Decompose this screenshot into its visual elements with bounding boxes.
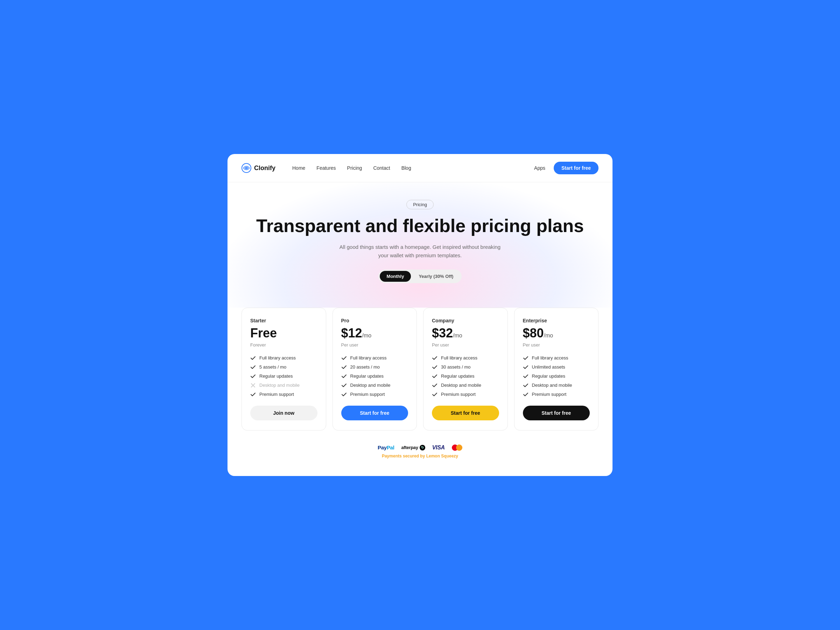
plan-company-period: Per user [432, 342, 499, 347]
plan-company-price: $32/mo [432, 326, 499, 340]
x-icon [250, 382, 256, 388]
yearly-toggle[interactable]: Yearly (30% Off) [412, 271, 460, 282]
enterprise-cta-button[interactable]: Start for free [523, 406, 590, 420]
nav-contact[interactable]: Contact [373, 165, 390, 171]
plan-pro-name: Pro [341, 318, 409, 324]
check-icon [432, 373, 437, 379]
plan-starter: Starter Free Forever Full library access… [242, 308, 326, 431]
check-icon [341, 373, 347, 379]
check-icon [250, 355, 256, 361]
plan-enterprise-period: Per user [523, 342, 590, 347]
feature-item: Premium support [341, 392, 409, 397]
plan-enterprise: Enterprise $80/mo Per user Full library … [514, 308, 599, 431]
plan-starter-price: Free [250, 326, 317, 340]
nav-home[interactable]: Home [292, 165, 305, 171]
feature-item: 30 assets / mo [432, 364, 499, 370]
payment-footer: PayPal afterpay↻ VISA Payments secured b… [227, 445, 613, 458]
monthly-toggle[interactable]: Monthly [380, 271, 411, 282]
hero-section: Pricing Transparent and flexible pricing… [227, 182, 613, 308]
visa-badge: VISA [432, 445, 445, 451]
logo[interactable]: Clonify [242, 163, 275, 173]
plan-company-features: Full library access 30 assets / mo Regul… [432, 355, 499, 397]
plan-enterprise-name: Enterprise [523, 318, 590, 324]
feature-item: Unlimited assets [523, 364, 590, 370]
feature-item: 5 assets / mo [250, 364, 317, 370]
feature-item: Regular updates [341, 373, 409, 379]
check-icon [523, 355, 529, 361]
lemon-squeezy-label: Lemon Squeezy [426, 453, 458, 458]
payment-icons: PayPal afterpay↻ VISA [242, 445, 598, 451]
check-icon [250, 392, 256, 397]
plan-starter-period: Forever [250, 342, 317, 347]
billing-toggle: Monthly Yearly (30% Off) [378, 270, 462, 283]
feature-item: Desktop and mobile [523, 382, 590, 388]
check-icon [432, 364, 437, 370]
check-icon [341, 364, 347, 370]
pricing-badge: Pricing [406, 200, 434, 209]
plan-starter-features: Full library access 5 assets / mo Regula… [250, 355, 317, 397]
check-icon [523, 364, 529, 370]
payment-secure-text: Payments secured by Lemon Squeezy [242, 453, 598, 458]
feature-item: Premium support [250, 392, 317, 397]
check-icon [250, 373, 256, 379]
check-icon [523, 382, 529, 388]
check-icon [341, 382, 347, 388]
logo-icon [242, 163, 251, 173]
plan-pro-price: $12/mo [341, 326, 409, 340]
check-icon [432, 382, 437, 388]
pricing-grid: Starter Free Forever Full library access… [227, 308, 613, 431]
feature-item: Full library access [523, 355, 590, 361]
check-icon [432, 392, 437, 397]
feature-item-disabled: Desktop and mobile [250, 382, 317, 388]
plan-company: Company $32/mo Per user Full library acc… [423, 308, 508, 431]
company-cta-button[interactable]: Start for free [432, 406, 499, 420]
check-icon [341, 355, 347, 361]
nav-blog[interactable]: Blog [401, 165, 411, 171]
nav-right: Apps Start for free [534, 162, 598, 174]
feature-item: Regular updates [523, 373, 590, 379]
feature-item: Full library access [341, 355, 409, 361]
plan-enterprise-price: $80/mo [523, 326, 590, 340]
nav-apps[interactable]: Apps [534, 165, 545, 171]
pro-cta-button[interactable]: Start for free [341, 406, 409, 420]
feature-item: Premium support [523, 392, 590, 397]
starter-cta-button[interactable]: Join now [250, 406, 317, 420]
paypal-badge: PayPal [377, 445, 394, 450]
nav-features[interactable]: Features [316, 165, 336, 171]
check-icon [523, 392, 529, 397]
navbar: Clonify Home Features Pricing Contact Bl… [227, 154, 613, 182]
feature-item: Full library access [432, 355, 499, 361]
mastercard-badge [452, 445, 463, 451]
check-icon [250, 364, 256, 370]
feature-item: Desktop and mobile [341, 382, 409, 388]
plan-pro-period: Per user [341, 342, 409, 347]
plan-enterprise-features: Full library access Unlimited assets Reg… [523, 355, 590, 397]
plan-company-name: Company [432, 318, 499, 324]
nav-links: Home Features Pricing Contact Blog [292, 165, 534, 171]
feature-item: Regular updates [432, 373, 499, 379]
plan-pro-features: Full library access 20 assets / mo Regul… [341, 355, 409, 397]
nav-cta-button[interactable]: Start for free [554, 162, 598, 174]
afterpay-badge: afterpay↻ [401, 445, 425, 450]
feature-item: Desktop and mobile [432, 382, 499, 388]
hero-title: Transparent and flexible pricing plans [242, 216, 598, 237]
nav-pricing[interactable]: Pricing [347, 165, 362, 171]
plan-starter-name: Starter [250, 318, 317, 324]
check-icon [432, 355, 437, 361]
hero-subtitle: All good things starts with a homepage. … [336, 243, 504, 260]
feature-item: Full library access [250, 355, 317, 361]
feature-item: 20 assets / mo [341, 364, 409, 370]
logo-text: Clonify [254, 164, 275, 172]
check-icon [523, 373, 529, 379]
check-icon [341, 392, 347, 397]
plan-pro: Pro $12/mo Per user Full library access … [333, 308, 417, 431]
feature-item: Regular updates [250, 373, 317, 379]
feature-item: Premium support [432, 392, 499, 397]
main-card: Clonify Home Features Pricing Contact Bl… [227, 154, 613, 476]
